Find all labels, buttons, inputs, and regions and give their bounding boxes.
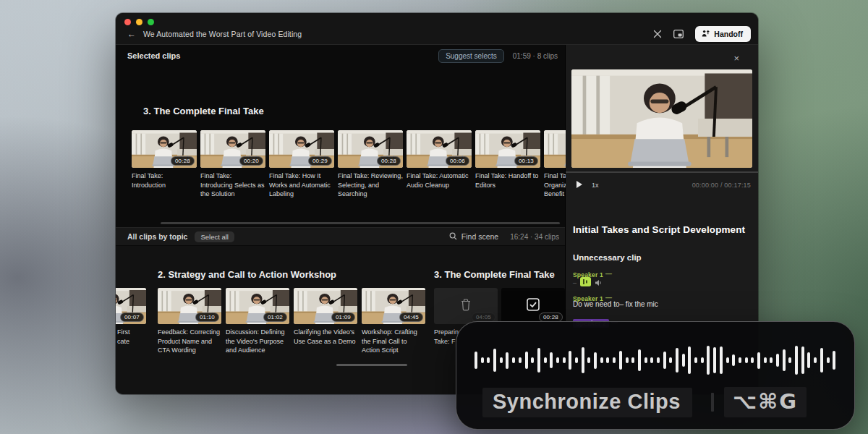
clip-title: Final Take: Handoff to Editors [475,171,540,190]
cut-icon[interactable] [653,30,662,38]
timecode: 00:00:00 / 00:17:15 [692,182,751,189]
clip-thumbnail: 00:07 [116,288,146,324]
all-clips-toolbar: All clips by topic Select all Find scene… [116,227,565,246]
player-controls: 1x 00:00:00 / 00:17:15 [566,176,758,194]
synchronize-clips-label: Synchronize Clips [482,388,692,417]
clip-thumbnail: 01:02 [226,288,289,324]
trash-icon [460,298,472,314]
handoff-button[interactable]: Handoff [695,26,751,42]
clip-duration-badge: 01:09 [331,312,355,322]
clip-thumbnail: 00:20 [200,130,265,168]
clip-thumbnail: 01:09 [294,288,357,324]
selected-clips-panel: Selected clips Suggest selects 01:59 · 8… [116,45,565,227]
video-frame [571,69,752,168]
speaker-label-suffix: – [605,267,612,279]
clip-card[interactable]: 00:28 Final Take: Introduction [132,130,197,199]
clip-title: Final Take: How It Works and Automatic L… [269,171,334,199]
divider [711,393,714,412]
clip-thumbnail: 00:28 [501,288,565,324]
sync-clips-overlay: Synchronize Clips ⌥⌘G [456,321,855,430]
clip-thumbnail: 00:13 [475,130,540,168]
close-window-button[interactable] [124,19,131,25]
clip-title: Final Take: Reviewing, Selecting, and Se… [338,171,403,199]
select-all-button[interactable]: Select all [195,231,234,242]
clip-title: Discussion: Defining the Video's Purpose… [226,328,289,355]
section-title-final-take: 3. The Complete Final Take [143,106,264,116]
window-title: We Automated the Worst Part of Video Edi… [143,30,302,38]
clip-title: Clarifying the Video's Use Case as a Dem… [294,328,357,346]
suggest-selects-button[interactable]: Suggest selects [438,49,504,63]
all-clips-scrollbar[interactable] [336,364,407,366]
transcript-subheading: Unnecessary clip [573,253,642,262]
clip-card[interactable]: 01:09 Clarifying the Video's Use Case as… [294,288,357,355]
sound-tag[interactable] [580,276,591,289]
clip-card[interactable]: 04:45 Workshop: Crafting the Final Call … [362,288,425,355]
traffic-lights [124,19,154,25]
selected-clips-scrollbar[interactable] [161,222,560,224]
clip-duration-badge: 00:06 [446,156,469,166]
clip-duration-badge: 00:29 [308,156,332,166]
audio-waveform [475,344,836,377]
clip-card[interactable]: 00:13 Final Take: Handoff to Editors [475,130,540,199]
find-scene-label: Find scene [461,232,498,241]
keyboard-shortcut: ⌥⌘G [724,387,807,417]
clip-title: Final Take: Introducing Selects as the S… [200,171,265,199]
clip-duration-badge: 00:28 [171,156,195,166]
transcript-heading: Initial Takes and Script Development [573,224,745,235]
title-bar: ← We Automated the Worst Part of Video E… [116,13,758,45]
clip-title: Final Take: Automatic Audio Cleanup [407,171,472,190]
clip-thumbnail: 04:45 [362,288,425,324]
clip-duration-badge: 00:13 [514,156,538,166]
clip-title: Feedback: Correcting Product Name and CT… [158,328,221,355]
find-scene-button[interactable]: Find scene [449,232,498,242]
all-clips-label: All clips by topic [127,232,187,241]
clip-card[interactable]: 00:07 First cate [116,288,146,346]
playback-speed-button[interactable]: 1x [592,182,599,189]
section-title-final-take-bottom: 3. The Complete Final Take [434,269,555,280]
video-preview[interactable] [571,69,752,168]
clip-duration-badge: 00:20 [239,156,263,166]
clip-thumbnail: 04:05 [434,288,498,324]
clip-title: First cate [116,328,146,346]
clip-duration-badge: 04:45 [399,312,423,322]
back-button[interactable]: ← [127,29,136,39]
all-clips-meta: 16:24 · 34 clips [510,233,559,241]
picture-in-picture-icon[interactable] [673,30,684,38]
clip-thumbnail: 00:28 [132,130,197,168]
minimize-window-button[interactable] [136,19,142,25]
clip-card[interactable]: 00:20 Final Take: Introducing Selects as… [200,130,265,199]
selected-clips-label: Selected clips [127,51,180,60]
handoff-icon [702,29,710,39]
section-title-strategy: 2. Strategy and Call to Action Workshop [158,269,336,280]
handoff-label: Handoff [714,30,743,38]
tag-dash: – [573,279,576,286]
clip-card[interactable]: 01:02 Discussion: Defining the Video's P… [226,288,289,355]
close-icon[interactable]: × [733,54,739,63]
transcript-line[interactable]: Do we need to– fix the mic [573,300,658,308]
clip-duration-badge: 01:10 [195,312,219,322]
clip-title: Workshop: Crafting the Final Call to Act… [362,328,425,355]
clip-card[interactable]: 01:10 Feedback: Correcting Product Name … [158,288,221,355]
clip-card[interactable]: 00:29 Final Take: How It Works and Autom… [269,130,334,199]
speaker-audio-icon [595,276,603,289]
clip-duration-badge: 00:28 [377,156,401,166]
playback-progress-bar[interactable] [566,171,758,173]
clip-thumbnail: 00:28 [338,130,403,168]
selected-clips-row: 00:28 Final Take: Introduction [132,130,609,199]
search-icon [449,232,457,242]
clip-thumbnail: 01:10 [158,288,221,324]
play-button[interactable] [576,179,583,192]
clip-duration-badge: 00:07 [120,312,144,322]
partial-clip-row: 00:07 First cate [116,288,146,346]
clip-card[interactable]: 00:06 Final Take: Automatic Audio Cleanu… [407,130,472,199]
clip-thumbnail: 00:06 [407,130,472,168]
clip-duration-badge: 01:02 [263,312,287,322]
strategy-clips-row: 01:10 Feedback: Correcting Product Name … [158,288,425,355]
sound-tag-row: – [573,276,603,289]
clip-title: Final Take: Introduction [132,171,197,190]
clip-card[interactable]: 00:28 Final Take: Reviewing, Selecting, … [338,130,403,199]
checkbox-checked-icon [527,298,540,314]
zoom-window-button[interactable] [148,19,154,25]
selected-clips-meta: 01:59 · 8 clips [513,52,561,60]
clip-thumbnail: 00:29 [269,130,334,168]
